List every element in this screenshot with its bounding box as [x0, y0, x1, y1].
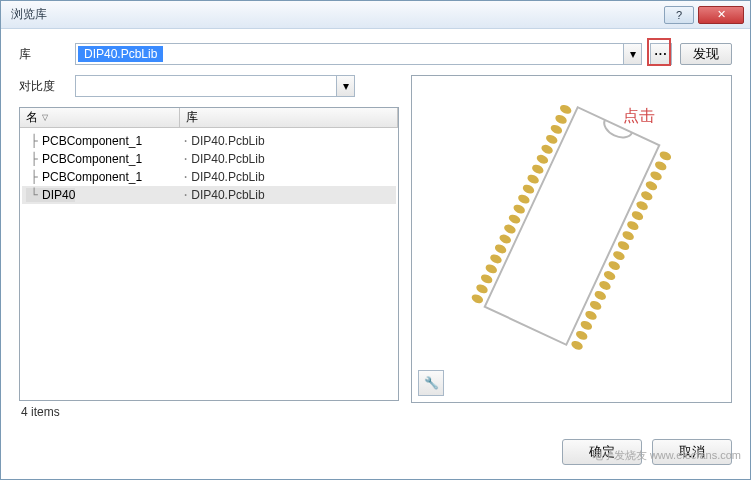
list-item[interactable]: ├PCBComponent_1·DIP40.PcbLib — [22, 168, 396, 186]
svg-point-39 — [574, 329, 588, 341]
column-header-name-text: 名 — [26, 109, 38, 126]
chevron-down-icon[interactable]: ▾ — [623, 44, 641, 64]
list-item-name: PCBComponent_1 — [42, 134, 142, 148]
list-item-lib: DIP40.PcbLib — [191, 134, 264, 148]
list-item-lib: DIP40.PcbLib — [191, 170, 264, 184]
svg-point-34 — [597, 279, 611, 291]
list-item-lib-cell: ·DIP40.PcbLib — [182, 170, 392, 184]
svg-point-16 — [488, 253, 502, 265]
svg-point-17 — [484, 263, 498, 275]
list-item-name: PCBComponent_1 — [42, 170, 142, 184]
dialog-footer: 确定 取消 — [1, 429, 750, 479]
svg-point-33 — [602, 269, 616, 281]
wrench-icon: 🔧 — [424, 376, 439, 390]
ok-button[interactable]: 确定 — [562, 439, 642, 465]
svg-point-28 — [625, 220, 639, 232]
svg-point-32 — [607, 259, 621, 271]
svg-point-4 — [544, 133, 558, 145]
svg-point-31 — [611, 249, 625, 261]
svg-point-21 — [658, 150, 672, 162]
list-body: ├PCBComponent_1·DIP40.PcbLib├PCBComponen… — [20, 128, 398, 208]
svg-point-18 — [479, 273, 493, 285]
svg-point-38 — [579, 319, 593, 331]
column-header-lib[interactable]: 库 — [180, 108, 398, 127]
list-item[interactable]: ├PCBComponent_1·DIP40.PcbLib — [22, 150, 396, 168]
svg-point-6 — [535, 153, 549, 165]
list-item[interactable]: ├PCBComponent_1·DIP40.PcbLib — [22, 132, 396, 150]
column-header-name[interactable]: 名 ▽ — [20, 108, 180, 127]
list-item-name: DIP40 — [42, 188, 75, 202]
component-preview-icon — [444, 82, 700, 370]
tree-branch-icon: └ — [26, 188, 42, 202]
help-button[interactable]: ? — [664, 6, 694, 24]
close-button[interactable]: ✕ — [698, 6, 744, 24]
svg-point-37 — [583, 309, 597, 321]
svg-point-15 — [493, 243, 507, 255]
svg-point-1 — [558, 103, 572, 115]
list-item-lib-cell: ·DIP40.PcbLib — [182, 152, 392, 166]
list-item-lib: DIP40.PcbLib — [191, 188, 264, 202]
svg-point-23 — [648, 170, 662, 182]
list-header: 名 ▽ 库 — [20, 108, 398, 128]
library-combo[interactable]: DIP40.PcbLib ▾ — [75, 43, 642, 65]
list-item-lib: DIP40.PcbLib — [191, 152, 264, 166]
dialog-body: 库 DIP40.PcbLib ▾ ··· 发现 对比度 ▾ — [1, 29, 750, 429]
svg-point-24 — [644, 180, 658, 192]
svg-point-14 — [498, 233, 512, 245]
preview-canvas[interactable]: 点击 — [418, 82, 725, 370]
list-item-name-cell: ├PCBComponent_1 — [26, 170, 182, 184]
list-item-name-cell: ├PCBComponent_1 — [26, 152, 182, 166]
svg-point-9 — [521, 183, 535, 195]
svg-point-3 — [549, 123, 563, 135]
tree-branch-icon: ├ — [26, 152, 42, 166]
svg-point-8 — [526, 173, 540, 185]
svg-point-25 — [639, 190, 653, 202]
svg-point-19 — [474, 283, 488, 295]
svg-point-5 — [539, 143, 553, 155]
annotation-highlight — [647, 38, 671, 66]
svg-point-29 — [621, 229, 635, 241]
svg-point-7 — [530, 163, 544, 175]
list-item-name-cell: ├PCBComponent_1 — [26, 134, 182, 148]
svg-point-12 — [507, 213, 521, 225]
list-item-name: PCBComponent_1 — [42, 152, 142, 166]
svg-point-26 — [635, 200, 649, 212]
svg-point-10 — [516, 193, 530, 205]
svg-point-40 — [569, 339, 583, 351]
library-combo-value: DIP40.PcbLib — [78, 46, 163, 62]
discover-button[interactable]: 发现 — [680, 43, 732, 65]
library-row: 库 DIP40.PcbLib ▾ ··· 发现 — [19, 43, 732, 65]
preview-panel: 点击 🔧 — [411, 75, 732, 403]
items-count: 4 items — [19, 401, 399, 423]
titlebar[interactable]: 浏览库 ? ✕ — [1, 1, 750, 29]
svg-point-27 — [630, 210, 644, 222]
contrast-label: 对比度 — [19, 78, 67, 95]
list-item-lib-cell: ·DIP40.PcbLib — [182, 188, 392, 202]
svg-point-36 — [588, 299, 602, 311]
chevron-down-icon[interactable]: ▾ — [336, 76, 354, 96]
cancel-button[interactable]: 取消 — [652, 439, 732, 465]
sort-asc-icon: ▽ — [42, 113, 48, 122]
list-item-lib-cell: ·DIP40.PcbLib — [182, 134, 392, 148]
tree-branch-icon: ├ — [26, 170, 42, 184]
list-item[interactable]: └DIP40·DIP40.PcbLib — [22, 186, 396, 204]
contrast-row: 对比度 ▾ — [19, 75, 399, 97]
tree-branch-icon: ├ — [26, 134, 42, 148]
svg-point-2 — [553, 113, 567, 125]
dialog-window: 浏览库 ? ✕ 库 DIP40.PcbLib ▾ ··· 发现 对比度 — [0, 0, 751, 480]
svg-point-20 — [470, 293, 484, 305]
component-list: 名 ▽ 库 ├PCBComponent_1·DIP40.PcbLib├PCBCo… — [19, 107, 399, 401]
svg-point-11 — [512, 203, 526, 215]
column-header-lib-text: 库 — [186, 109, 198, 126]
svg-point-22 — [653, 160, 667, 172]
svg-point-35 — [593, 289, 607, 301]
svg-point-30 — [616, 239, 630, 251]
configure-preview-button[interactable]: 🔧 — [418, 370, 444, 396]
library-label: 库 — [19, 46, 67, 63]
window-title: 浏览库 — [7, 6, 664, 23]
window-controls: ? ✕ — [664, 6, 744, 24]
contrast-combo[interactable]: ▾ — [75, 75, 355, 97]
svg-point-13 — [502, 223, 516, 235]
list-item-name-cell: └DIP40 — [26, 188, 182, 202]
